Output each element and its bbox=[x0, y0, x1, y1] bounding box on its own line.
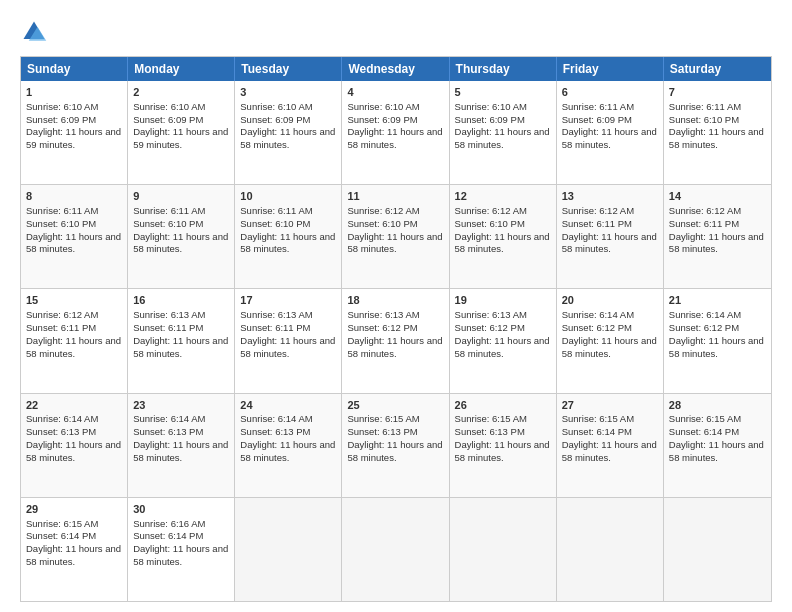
sunrise-label: Sunrise: 6:10 AM bbox=[26, 101, 98, 112]
calendar-row: 8Sunrise: 6:11 AMSunset: 6:10 PMDaylight… bbox=[21, 185, 771, 289]
calendar-cell: 13Sunrise: 6:12 AMSunset: 6:11 PMDayligh… bbox=[557, 185, 664, 288]
sunrise-label: Sunrise: 6:15 AM bbox=[455, 413, 527, 424]
calendar-header-cell: Thursday bbox=[450, 57, 557, 81]
sunset-label: Sunset: 6:09 PM bbox=[26, 114, 96, 125]
sunrise-label: Sunrise: 6:16 AM bbox=[133, 518, 205, 529]
daylight-label: Daylight: 11 hours and 58 minutes. bbox=[347, 231, 442, 255]
daylight-label: Daylight: 11 hours and 58 minutes. bbox=[240, 231, 335, 255]
daylight-label: Daylight: 11 hours and 58 minutes. bbox=[26, 231, 121, 255]
calendar-cell bbox=[342, 498, 449, 601]
day-number: 15 bbox=[26, 293, 122, 308]
sunset-label: Sunset: 6:10 PM bbox=[347, 218, 417, 229]
day-number: 26 bbox=[455, 398, 551, 413]
sunrise-label: Sunrise: 6:13 AM bbox=[347, 309, 419, 320]
sunrise-label: Sunrise: 6:14 AM bbox=[133, 413, 205, 424]
sunrise-label: Sunrise: 6:14 AM bbox=[240, 413, 312, 424]
daylight-label: Daylight: 11 hours and 58 minutes. bbox=[133, 439, 228, 463]
day-number: 11 bbox=[347, 189, 443, 204]
day-number: 19 bbox=[455, 293, 551, 308]
sunset-label: Sunset: 6:09 PM bbox=[133, 114, 203, 125]
daylight-label: Daylight: 11 hours and 58 minutes. bbox=[669, 126, 764, 150]
sunset-label: Sunset: 6:13 PM bbox=[240, 426, 310, 437]
calendar-cell: 9Sunrise: 6:11 AMSunset: 6:10 PMDaylight… bbox=[128, 185, 235, 288]
day-number: 23 bbox=[133, 398, 229, 413]
calendar: SundayMondayTuesdayWednesdayThursdayFrid… bbox=[20, 56, 772, 602]
day-number: 8 bbox=[26, 189, 122, 204]
daylight-label: Daylight: 11 hours and 58 minutes. bbox=[26, 543, 121, 567]
day-number: 28 bbox=[669, 398, 766, 413]
sunrise-label: Sunrise: 6:13 AM bbox=[133, 309, 205, 320]
day-number: 2 bbox=[133, 85, 229, 100]
calendar-cell: 1Sunrise: 6:10 AMSunset: 6:09 PMDaylight… bbox=[21, 81, 128, 184]
sunrise-label: Sunrise: 6:12 AM bbox=[562, 205, 634, 216]
daylight-label: Daylight: 11 hours and 58 minutes. bbox=[562, 126, 657, 150]
sunset-label: Sunset: 6:11 PM bbox=[26, 322, 96, 333]
sunrise-label: Sunrise: 6:13 AM bbox=[240, 309, 312, 320]
sunset-label: Sunset: 6:09 PM bbox=[562, 114, 632, 125]
day-number: 5 bbox=[455, 85, 551, 100]
sunrise-label: Sunrise: 6:11 AM bbox=[26, 205, 98, 216]
calendar-cell: 30Sunrise: 6:16 AMSunset: 6:14 PMDayligh… bbox=[128, 498, 235, 601]
sunset-label: Sunset: 6:10 PM bbox=[240, 218, 310, 229]
day-number: 17 bbox=[240, 293, 336, 308]
calendar-header-cell: Saturday bbox=[664, 57, 771, 81]
calendar-cell: 20Sunrise: 6:14 AMSunset: 6:12 PMDayligh… bbox=[557, 289, 664, 392]
calendar-cell: 7Sunrise: 6:11 AMSunset: 6:10 PMDaylight… bbox=[664, 81, 771, 184]
calendar-cell: 4Sunrise: 6:10 AMSunset: 6:09 PMDaylight… bbox=[342, 81, 449, 184]
calendar-cell: 21Sunrise: 6:14 AMSunset: 6:12 PMDayligh… bbox=[664, 289, 771, 392]
daylight-label: Daylight: 11 hours and 58 minutes. bbox=[26, 335, 121, 359]
day-number: 20 bbox=[562, 293, 658, 308]
day-number: 16 bbox=[133, 293, 229, 308]
daylight-label: Daylight: 11 hours and 58 minutes. bbox=[669, 231, 764, 255]
calendar-row: 29Sunrise: 6:15 AMSunset: 6:14 PMDayligh… bbox=[21, 498, 771, 601]
daylight-label: Daylight: 11 hours and 59 minutes. bbox=[133, 126, 228, 150]
calendar-cell bbox=[450, 498, 557, 601]
day-number: 24 bbox=[240, 398, 336, 413]
day-number: 7 bbox=[669, 85, 766, 100]
sunrise-label: Sunrise: 6:14 AM bbox=[26, 413, 98, 424]
sunrise-label: Sunrise: 6:10 AM bbox=[133, 101, 205, 112]
sunrise-label: Sunrise: 6:13 AM bbox=[455, 309, 527, 320]
day-number: 22 bbox=[26, 398, 122, 413]
calendar-cell: 5Sunrise: 6:10 AMSunset: 6:09 PMDaylight… bbox=[450, 81, 557, 184]
daylight-label: Daylight: 11 hours and 58 minutes. bbox=[455, 126, 550, 150]
daylight-label: Daylight: 11 hours and 58 minutes. bbox=[562, 439, 657, 463]
sunset-label: Sunset: 6:09 PM bbox=[240, 114, 310, 125]
sunrise-label: Sunrise: 6:15 AM bbox=[26, 518, 98, 529]
day-number: 3 bbox=[240, 85, 336, 100]
calendar-row: 15Sunrise: 6:12 AMSunset: 6:11 PMDayligh… bbox=[21, 289, 771, 393]
sunrise-label: Sunrise: 6:10 AM bbox=[347, 101, 419, 112]
daylight-label: Daylight: 11 hours and 58 minutes. bbox=[133, 335, 228, 359]
calendar-row: 22Sunrise: 6:14 AMSunset: 6:13 PMDayligh… bbox=[21, 394, 771, 498]
calendar-cell: 14Sunrise: 6:12 AMSunset: 6:11 PMDayligh… bbox=[664, 185, 771, 288]
sunset-label: Sunset: 6:14 PM bbox=[26, 530, 96, 541]
sunset-label: Sunset: 6:11 PM bbox=[562, 218, 632, 229]
calendar-header-cell: Sunday bbox=[21, 57, 128, 81]
calendar-cell: 6Sunrise: 6:11 AMSunset: 6:09 PMDaylight… bbox=[557, 81, 664, 184]
sunrise-label: Sunrise: 6:14 AM bbox=[669, 309, 741, 320]
calendar-cell: 29Sunrise: 6:15 AMSunset: 6:14 PMDayligh… bbox=[21, 498, 128, 601]
sunset-label: Sunset: 6:14 PM bbox=[669, 426, 739, 437]
sunset-label: Sunset: 6:10 PM bbox=[669, 114, 739, 125]
sunset-label: Sunset: 6:12 PM bbox=[562, 322, 632, 333]
day-number: 13 bbox=[562, 189, 658, 204]
calendar-cell: 19Sunrise: 6:13 AMSunset: 6:12 PMDayligh… bbox=[450, 289, 557, 392]
sunset-label: Sunset: 6:12 PM bbox=[455, 322, 525, 333]
sunset-label: Sunset: 6:14 PM bbox=[133, 530, 203, 541]
calendar-cell: 26Sunrise: 6:15 AMSunset: 6:13 PMDayligh… bbox=[450, 394, 557, 497]
day-number: 29 bbox=[26, 502, 122, 517]
day-number: 18 bbox=[347, 293, 443, 308]
calendar-cell: 25Sunrise: 6:15 AMSunset: 6:13 PMDayligh… bbox=[342, 394, 449, 497]
daylight-label: Daylight: 11 hours and 58 minutes. bbox=[455, 439, 550, 463]
sunrise-label: Sunrise: 6:12 AM bbox=[455, 205, 527, 216]
sunset-label: Sunset: 6:13 PM bbox=[26, 426, 96, 437]
daylight-label: Daylight: 11 hours and 58 minutes. bbox=[240, 335, 335, 359]
daylight-label: Daylight: 11 hours and 58 minutes. bbox=[455, 335, 550, 359]
page: SundayMondayTuesdayWednesdayThursdayFrid… bbox=[0, 0, 792, 612]
sunrise-label: Sunrise: 6:11 AM bbox=[669, 101, 741, 112]
sunrise-label: Sunrise: 6:11 AM bbox=[240, 205, 312, 216]
header bbox=[20, 18, 772, 46]
logo-icon bbox=[20, 18, 48, 46]
calendar-row: 1Sunrise: 6:10 AMSunset: 6:09 PMDaylight… bbox=[21, 81, 771, 185]
calendar-cell: 17Sunrise: 6:13 AMSunset: 6:11 PMDayligh… bbox=[235, 289, 342, 392]
